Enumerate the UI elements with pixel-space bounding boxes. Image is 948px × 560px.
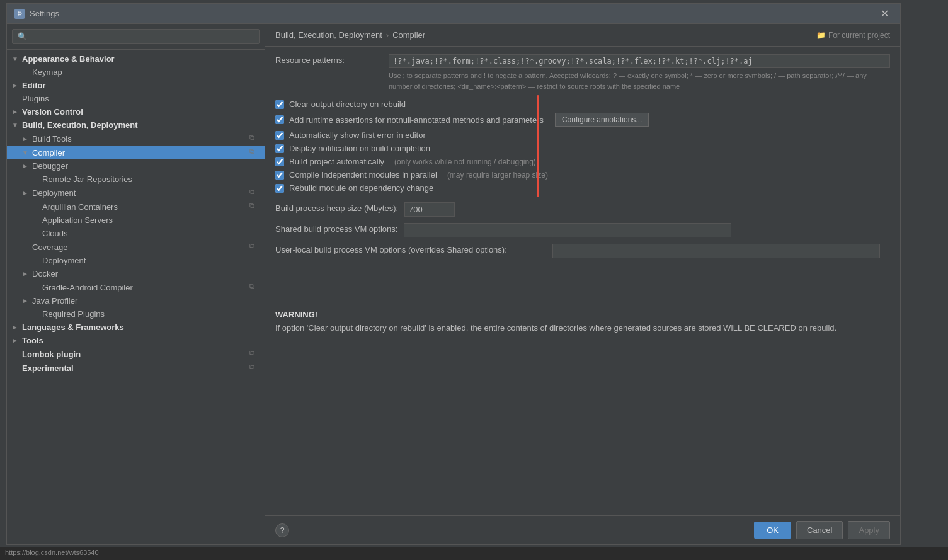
resource-patterns-input[interactable]	[389, 54, 890, 68]
arrow-icon: ▼	[12, 122, 22, 129]
sidebar-item-label: Build, Execution, Deployment	[22, 120, 260, 130]
rebuild-on-dep-label[interactable]: Rebuild module on dependency change	[289, 183, 433, 193]
sidebar-item-experimental[interactable]: Experimental ⧉	[7, 361, 265, 375]
arrow-icon: ►	[12, 337, 22, 344]
sidebar-item-build-tools[interactable]: ► Build Tools ⧉	[7, 132, 265, 146]
sidebar-item-remote-jar[interactable]: Remote Jar Repositories	[7, 173, 265, 186]
build-auto-label[interactable]: Build project automatically	[289, 157, 384, 166]
sidebar-item-arquillian[interactable]: Arquillian Containers ⧉	[7, 200, 265, 214]
content-area: Build, Execution, Deployment › Compiler …	[265, 24, 900, 544]
checkbox-row-auto-show-error: Automatically show first error in editor	[275, 129, 890, 142]
user-vm-input[interactable]	[552, 244, 880, 258]
sidebar-item-keymap[interactable]: Keymap	[7, 66, 265, 79]
sidebar-item-app-servers[interactable]: Application Servers	[7, 214, 265, 227]
shared-vm-label: Shared build process VM options:	[275, 223, 397, 234]
clear-output-checkbox[interactable]	[275, 100, 284, 109]
sidebar-item-build-exec-deploy[interactable]: ▼ Build, Execution, Deployment	[7, 118, 265, 132]
sidebar-item-label: Version Control	[22, 107, 260, 117]
footer: ? OK Cancel Apply	[265, 515, 900, 544]
auto-show-error-checkbox[interactable]	[275, 131, 284, 140]
sidebar-item-tools[interactable]: ► Tools	[7, 334, 265, 347]
rebuild-on-dep-checkbox[interactable]	[275, 184, 284, 193]
sidebar-item-debugger[interactable]: ► Debugger	[7, 159, 265, 173]
content-body: Resource patterns: Use ; to separate pat…	[265, 47, 900, 515]
heap-size-input[interactable]	[404, 202, 455, 217]
sidebar-item-label: Gradle-Android Compiler	[42, 283, 249, 292]
sidebar-item-java-profiler[interactable]: ► Java Profiler	[7, 294, 265, 307]
breadcrumb-separator: ›	[386, 30, 389, 40]
sidebar-item-label: Languages & Frameworks	[22, 323, 260, 332]
sidebar-item-coverage[interactable]: Coverage ⧉	[7, 240, 265, 254]
arrow-icon: ►	[12, 108, 22, 115]
breadcrumb: Build, Execution, Deployment › Compiler	[275, 30, 425, 40]
checkbox-row-build-auto: Build project automatically (only works …	[275, 155, 890, 168]
sidebar-item-label: Keymap	[32, 67, 260, 77]
copy-icon: ⧉	[249, 188, 260, 198]
sidebar-item-label: Build Tools	[32, 134, 249, 144]
copy-icon: ⧉	[249, 242, 260, 252]
sidebar-item-label: Experimental	[22, 363, 249, 373]
sidebar-item-label: Required Plugins	[42, 309, 260, 319]
for-current-project: 📁 For current project	[816, 31, 890, 40]
url-text: https://blog.csdn.net/wts63540	[5, 549, 99, 556]
title-bar: ⚙ Settings ✕	[7, 4, 900, 24]
dialog-body: ▼ Appearance & Behavior Keymap ► Editor …	[7, 24, 900, 544]
cancel-button[interactable]: Cancel	[796, 521, 843, 539]
sidebar-item-deployment[interactable]: ► Deployment ⧉	[7, 186, 265, 200]
ok-button[interactable]: OK	[754, 522, 791, 539]
arrow-icon: ►	[22, 297, 32, 304]
sidebar-item-gradle-android[interactable]: Gradle-Android Compiler ⧉	[7, 280, 265, 294]
heap-size-row: Build process heap size (Mbytes):	[275, 202, 890, 217]
compile-parallel-label[interactable]: Compile independent modules in parallel	[289, 170, 437, 180]
arrow-icon: ►	[22, 135, 32, 142]
compile-parallel-checkbox[interactable]	[275, 171, 284, 180]
checkbox-row-add-runtime: Add runtime assertions for notnull-annot…	[275, 111, 890, 129]
sidebar-item-lombok-plugin[interactable]: Lombok plugin ⧉	[7, 347, 265, 361]
search-input[interactable]	[12, 29, 260, 44]
breadcrumb-part2: Compiler	[392, 30, 425, 40]
sidebar-item-label: Compiler	[32, 148, 249, 157]
project-icon: 📁	[816, 31, 826, 40]
sidebar-item-editor[interactable]: ► Editor	[7, 79, 265, 92]
resource-patterns-label: Resource patterns:	[275, 54, 382, 65]
sidebar-item-docker[interactable]: ► Docker	[7, 267, 265, 280]
close-button[interactable]: ✕	[877, 6, 893, 21]
add-runtime-checkbox[interactable]	[275, 115, 284, 124]
sidebar-item-version-control[interactable]: ► Version Control	[7, 105, 265, 118]
arrow-icon: ►	[22, 163, 32, 169]
sidebar-item-label: Application Servers	[42, 215, 260, 225]
auto-show-error-label[interactable]: Automatically show first error in editor	[289, 130, 426, 140]
apply-button[interactable]: Apply	[848, 521, 890, 539]
add-runtime-label[interactable]: Add runtime assertions for notnull-annot…	[289, 115, 544, 125]
checkbox-row-compile-parallel: Compile independent modules in parallel …	[275, 168, 890, 181]
sidebar-item-clouds[interactable]: Clouds	[7, 227, 265, 240]
sidebar-item-label: Deployment	[42, 256, 260, 265]
sidebar-item-languages-frameworks[interactable]: ► Languages & Frameworks	[7, 321, 265, 334]
display-notification-checkbox[interactable]	[275, 144, 284, 153]
sidebar-item-appearance-behavior[interactable]: ▼ Appearance & Behavior	[7, 52, 265, 66]
breadcrumb-part1: Build, Execution, Deployment	[275, 30, 382, 40]
sidebar-item-required-plugins[interactable]: Required Plugins	[7, 307, 265, 321]
sidebar-item-label: Remote Jar Repositories	[42, 174, 260, 184]
build-auto-checkbox[interactable]	[275, 157, 284, 166]
sidebar-item-label: Tools	[22, 336, 260, 345]
clear-output-label[interactable]: Clear output directory on rebuild	[289, 100, 406, 109]
settings-icon: ⚙	[14, 9, 25, 19]
sidebar-item-label: Plugins	[22, 94, 260, 103]
shared-vm-row: Shared build process VM options:	[275, 223, 890, 237]
for-current-project-label: For current project	[828, 31, 890, 40]
sidebar-item-deployment2[interactable]: Deployment	[7, 254, 265, 267]
warning-body: If option 'Clear output directory on reb…	[275, 323, 837, 333]
checkboxes-section: Clear output directory on rebuild Add ru…	[275, 98, 890, 195]
user-vm-label: User-local build process VM options (ove…	[275, 244, 546, 254]
checkbox-row-clear-output: Clear output directory on rebuild	[275, 98, 890, 111]
help-button[interactable]: ?	[275, 523, 289, 537]
arrow-icon: ▼	[12, 55, 22, 62]
shared-vm-input[interactable]	[404, 223, 731, 237]
copy-icon: ⧉	[249, 202, 260, 212]
display-notification-label[interactable]: Display notification on build completion	[289, 144, 430, 153]
sidebar-item-plugins[interactable]: Plugins	[7, 92, 265, 105]
build-auto-note: (only works while not running / debuggin…	[394, 157, 536, 166]
configure-annotations-button[interactable]: Configure annotations...	[555, 113, 649, 127]
sidebar-item-compiler[interactable]: ▼ Compiler ⧉	[7, 146, 265, 159]
